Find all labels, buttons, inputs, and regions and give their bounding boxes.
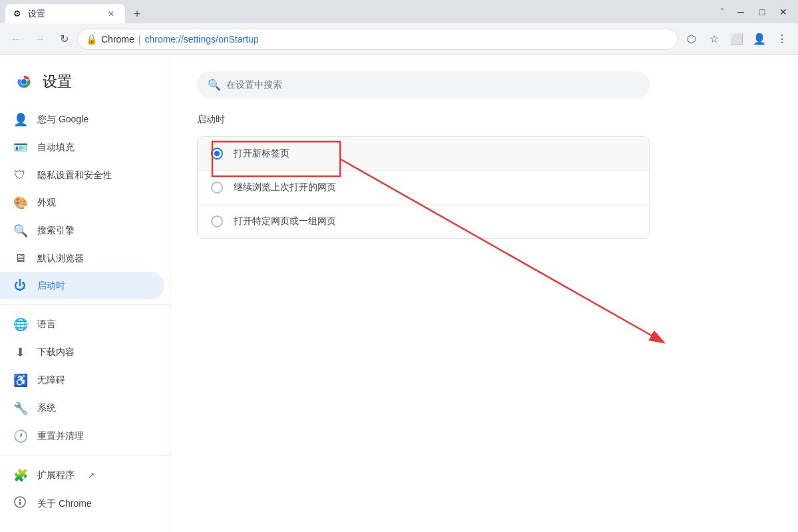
sidebar-item-downloads-label: 下载内容 <box>37 346 75 358</box>
close-button[interactable]: ✕ <box>774 5 793 19</box>
sidebar-item-accessibility[interactable]: ♿ 无障碍 <box>0 366 164 394</box>
startup-options-card: 打开新标签页 继续浏览上次打开的网页 打开特定网页或一组网页 <box>197 136 650 239</box>
sidebar-item-privacy[interactable]: 🛡 隐私设置和安全性 <box>0 162 164 189</box>
main-content: 🔍 启动时 打开新标签页 继续浏览上次打开的网页 打开特定网页或一组网页 <box>170 55 798 532</box>
settings-search-input[interactable] <box>226 79 639 90</box>
address-chrome-label: Chrome <box>101 34 134 45</box>
sidebar-item-google[interactable]: 👤 您与 Google <box>0 106 164 134</box>
search-icon: 🔍 <box>13 223 27 238</box>
back-button[interactable]: ← <box>5 29 27 50</box>
accessibility-icon: ♿ <box>13 373 27 388</box>
chrome-logo-icon <box>13 71 35 92</box>
sidebar-header: 设置 <box>0 61 170 106</box>
section-title: 启动时 <box>197 114 771 126</box>
tab-search-button[interactable]: ⬜ <box>726 29 747 50</box>
sidebar-item-extensions-label: 扩展程序 <box>37 469 75 481</box>
sidebar-item-reset-label: 重置并清理 <box>37 430 84 442</box>
window-controls: ─ □ ✕ <box>731 5 793 19</box>
option-new-tab-label: 打开新标签页 <box>234 148 290 160</box>
sidebar-divider-2 <box>0 456 170 456</box>
palette-icon: 🎨 <box>13 196 27 210</box>
sidebar-item-language-label: 语言 <box>37 319 56 331</box>
sidebar-item-accessibility-label: 无障碍 <box>37 374 65 386</box>
tab-favicon-icon: ⚙ <box>13 9 24 19</box>
sidebar-item-google-label: 您与 Google <box>37 114 89 126</box>
sidebar-item-about-label: 关于 Chrome <box>37 498 92 510</box>
sidebar-item-autofill-label: 自动填充 <box>37 142 75 154</box>
option-continue[interactable]: 继续浏览上次打开的网页 <box>198 171 649 205</box>
new-tab-button[interactable]: + <box>128 5 146 23</box>
titlebar: ⚙ 设置 ✕ + ˅ ─ □ ✕ <box>0 0 798 23</box>
sidebar-item-system[interactable]: 🔧 系统 <box>0 394 164 422</box>
sidebar-item-startup[interactable]: ⏻ 启动时 <box>0 272 164 299</box>
download-icon: ⬇ <box>13 345 27 360</box>
reload-button[interactable]: ↻ <box>53 29 75 50</box>
sidebar-divider <box>0 305 170 305</box>
sidebar-item-language[interactable]: 🌐 语言 <box>0 311 164 338</box>
menu-button[interactable]: ⋮ <box>771 29 793 50</box>
sidebar-item-search[interactable]: 🔍 搜索引擎 <box>0 217 164 245</box>
option-continue-label: 继续浏览上次打开的网页 <box>234 182 336 194</box>
sidebar-item-extensions[interactable]: 🧩 扩展程序 ↗ <box>0 462 164 489</box>
address-separator: | <box>138 34 141 45</box>
sidebar-item-default-browser-label: 默认浏览器 <box>37 253 84 265</box>
globe-icon: 🌐 <box>13 317 27 332</box>
chrome-about-icon <box>13 496 27 511</box>
sidebar-item-about[interactable]: 关于 Chrome <box>0 489 164 518</box>
reset-icon: 🕐 <box>13 429 27 444</box>
sidebar-item-autofill[interactable]: 🪪 自动填充 <box>0 134 164 162</box>
minimize-button[interactable]: ─ <box>731 5 750 19</box>
svg-point-4 <box>19 499 21 501</box>
tab-title: 设置 <box>28 8 101 20</box>
wrench-icon: 🔧 <box>13 401 27 416</box>
person-icon: 👤 <box>13 112 27 127</box>
chrome-dropdown-button[interactable]: ˅ <box>713 3 731 21</box>
sidebar-item-privacy-label: 隐私设置和安全性 <box>37 170 112 182</box>
maximize-button[interactable]: □ <box>753 5 771 19</box>
option-specific-label: 打开特定网页或一组网页 <box>234 215 336 227</box>
radio-inner-icon <box>214 151 220 156</box>
sidebar-item-startup-label: 启动时 <box>37 280 65 292</box>
radio-specific[interactable] <box>211 215 223 227</box>
sidebar-item-reset[interactable]: 🕐 重置并清理 <box>0 422 164 450</box>
option-specific[interactable]: 打开特定网页或一组网页 <box>198 205 649 238</box>
sidebar-item-system-label: 系统 <box>37 402 56 414</box>
sidebar-item-downloads[interactable]: ⬇ 下载内容 <box>0 338 164 366</box>
forward-button[interactable]: → <box>29 29 51 50</box>
desktop-icon: 🖥 <box>13 251 27 265</box>
tab-close-button[interactable]: ✕ <box>105 8 117 20</box>
toolbar-right: ⬡ ☆ ⬜ 👤 ⋮ <box>681 29 793 50</box>
active-tab[interactable]: ⚙ 设置 ✕ <box>5 4 125 23</box>
svg-rect-5 <box>19 502 21 505</box>
address-bar[interactable]: 🔒 Chrome | chrome://settings/onStartup <box>77 29 678 50</box>
external-link-icon: ↗ <box>88 471 95 480</box>
browser-body: 设置 👤 您与 Google 🪪 自动填充 🛡 隐私设置和安全性 🎨 外观 🔍 … <box>0 55 798 532</box>
settings-search-bar[interactable]: 🔍 <box>197 71 650 98</box>
sidebar: 设置 👤 您与 Google 🪪 自动填充 🛡 隐私设置和安全性 🎨 外观 🔍 … <box>0 55 170 532</box>
screenshot-button[interactable]: ⬡ <box>681 29 702 50</box>
power-icon: ⏻ <box>13 279 27 293</box>
profile-button[interactable]: 👤 <box>749 29 770 50</box>
svg-point-2 <box>21 79 27 84</box>
address-url: chrome://settings/onStartup <box>144 34 258 45</box>
security-icon: 🔒 <box>86 34 97 45</box>
sidebar-item-default-browser[interactable]: 🖥 默认浏览器 <box>0 245 164 272</box>
radio-continue[interactable] <box>211 182 223 194</box>
search-icon: 🔍 <box>208 78 221 91</box>
tab-area: ⚙ 设置 ✕ + <box>5 0 146 23</box>
bookmark-button[interactable]: ☆ <box>703 29 725 50</box>
shield-icon: 🛡 <box>13 168 27 182</box>
puzzle-icon: 🧩 <box>13 468 27 483</box>
toolbar: ← → ↻ 🔒 Chrome | chrome://settings/onSta… <box>0 23 798 55</box>
sidebar-item-search-label: 搜索引擎 <box>37 225 75 237</box>
sidebar-item-appearance-label: 外观 <box>37 197 56 209</box>
radio-new-tab[interactable] <box>211 148 223 160</box>
sidebar-item-appearance[interactable]: 🎨 外观 <box>0 189 164 217</box>
option-new-tab[interactable]: 打开新标签页 <box>198 137 649 171</box>
autofill-icon: 🪪 <box>13 140 27 155</box>
settings-page-title: 设置 <box>43 72 72 92</box>
